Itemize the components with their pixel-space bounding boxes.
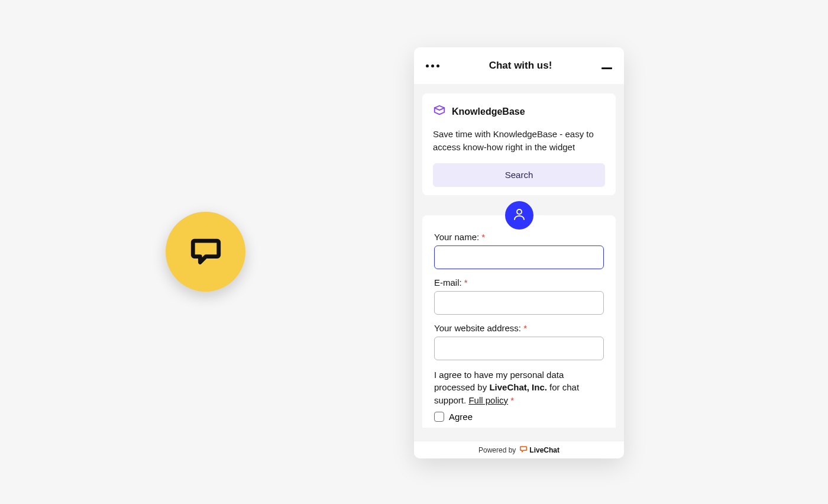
agree-label: Agree <box>449 412 473 422</box>
prechat-form-wrap: Your name: * E-mail: * Your website addr… <box>422 215 616 428</box>
chat-bubble-icon <box>189 234 223 270</box>
powered-by-text: Powered by <box>478 446 516 454</box>
email-field: E-mail: * <box>434 277 604 315</box>
agree-row: Agree <box>434 412 604 422</box>
required-marker: * <box>481 232 485 242</box>
required-marker: * <box>510 395 514 405</box>
menu-dots-button[interactable] <box>426 64 439 67</box>
required-marker: * <box>523 323 527 333</box>
livechat-icon <box>519 445 529 455</box>
widget-title: Chat with us! <box>489 60 552 72</box>
svg-point-0 <box>517 209 522 214</box>
website-input[interactable] <box>434 337 604 360</box>
chat-widget: Chat with us! KnowledgeBase Save time wi… <box>414 47 624 458</box>
knowledgebase-description: Save time with KnowledgeBase - easy to a… <box>433 128 605 154</box>
agent-avatar <box>505 201 533 230</box>
widget-footer: Powered by LiveChat <box>414 441 624 458</box>
prechat-form: Your name: * E-mail: * Your website addr… <box>422 215 616 428</box>
livechat-link[interactable]: LiveChat <box>519 445 559 455</box>
agree-checkbox[interactable] <box>434 412 444 422</box>
email-input[interactable] <box>434 291 604 315</box>
knowledgebase-heading: KnowledgeBase <box>433 104 605 119</box>
person-icon <box>512 207 526 224</box>
name-field: Your name: * <box>434 232 604 269</box>
chat-launcher-button[interactable] <box>166 212 245 292</box>
name-input[interactable] <box>434 245 604 269</box>
knowledgebase-search-button[interactable]: Search <box>433 163 605 187</box>
full-policy-link[interactable]: Full policy <box>468 395 508 405</box>
widget-body: KnowledgeBase Save time with KnowledgeBa… <box>414 84 624 441</box>
name-label: Your name: * <box>434 232 604 242</box>
website-label: Your website address: * <box>434 323 604 333</box>
livechat-brand: LiveChat <box>529 446 559 454</box>
website-field: Your website address: * <box>434 323 604 360</box>
consent-text: I agree to have my personal data process… <box>434 369 604 407</box>
required-marker: * <box>464 277 468 287</box>
knowledgebase-title: KnowledgeBase <box>452 106 525 117</box>
knowledgebase-icon <box>433 104 446 119</box>
email-label: E-mail: * <box>434 277 604 287</box>
widget-header: Chat with us! <box>414 47 624 84</box>
minimize-button[interactable] <box>601 67 612 69</box>
knowledgebase-card: KnowledgeBase Save time with KnowledgeBa… <box>422 93 616 195</box>
